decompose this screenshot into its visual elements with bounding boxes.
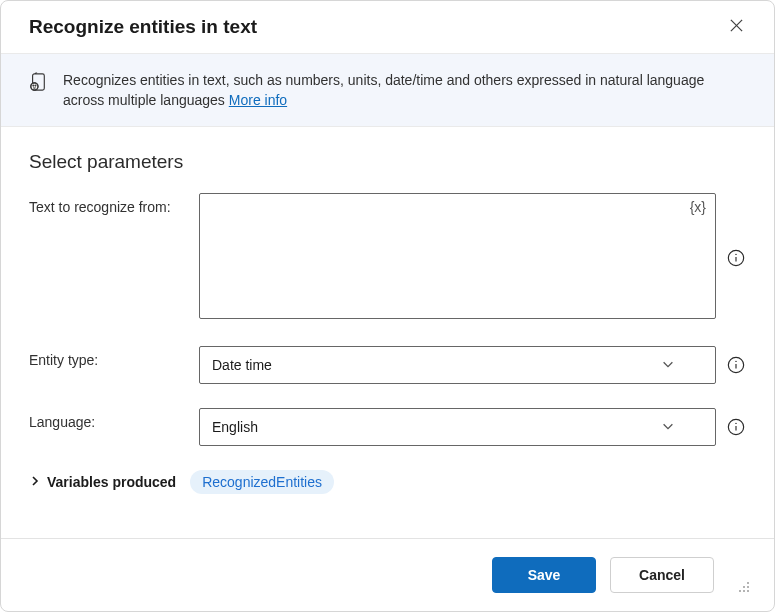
field-text-row: Text to recognize from: {x} — [29, 193, 746, 322]
info-banner: Recognizes entities in text, such as num… — [1, 53, 774, 127]
language-value: English — [212, 419, 258, 435]
svg-point-4 — [33, 85, 34, 86]
entity-type-select[interactable]: Date time — [199, 346, 716, 384]
text-to-recognize-input[interactable] — [199, 193, 716, 319]
close-icon — [729, 18, 744, 36]
dialog-footer: Save Cancel — [1, 538, 774, 611]
insert-variable-icon[interactable]: {x} — [690, 199, 706, 215]
cancel-button[interactable]: Cancel — [610, 557, 714, 593]
svg-point-5 — [35, 85, 36, 86]
chevron-down-icon — [661, 357, 675, 374]
svg-point-18 — [739, 590, 741, 592]
resize-grip-icon[interactable] — [736, 579, 750, 593]
svg-point-19 — [743, 590, 745, 592]
variables-produced-row: Variables produced RecognizedEntities — [29, 470, 746, 494]
dialog-header: Recognize entities in text — [1, 1, 774, 53]
dialog-body: Select parameters Text to recognize from… — [1, 127, 774, 538]
field-language-label: Language: — [29, 408, 199, 430]
info-banner-description: Recognizes entities in text, such as num… — [63, 72, 704, 108]
field-entity-type-label: Entity type: — [29, 346, 199, 368]
section-heading: Select parameters — [29, 151, 746, 173]
field-language-row: Language: English — [29, 408, 746, 446]
help-icon-entity-type[interactable] — [726, 355, 746, 375]
svg-point-8 — [735, 253, 736, 254]
dialog-title: Recognize entities in text — [29, 16, 257, 38]
info-banner-text: Recognizes entities in text, such as num… — [63, 70, 746, 110]
svg-point-15 — [747, 582, 749, 584]
variables-produced-label: Variables produced — [47, 474, 176, 490]
dialog: Recognize entities in text Recognizes en… — [0, 0, 775, 612]
variables-produced-toggle[interactable]: Variables produced — [29, 474, 176, 490]
field-entity-type-row: Entity type: Date time — [29, 346, 746, 384]
chevron-right-icon — [29, 474, 41, 490]
svg-point-14 — [735, 423, 736, 424]
entities-icon — [29, 70, 49, 92]
help-icon-language[interactable] — [726, 417, 746, 437]
field-text-label: Text to recognize from: — [29, 193, 199, 215]
svg-point-16 — [743, 586, 745, 588]
more-info-link[interactable]: More info — [229, 92, 287, 108]
close-button[interactable] — [722, 13, 750, 41]
help-icon-text[interactable] — [726, 248, 746, 268]
svg-point-11 — [735, 361, 736, 362]
variable-chip-recognized-entities[interactable]: RecognizedEntities — [190, 470, 334, 494]
entity-type-value: Date time — [212, 357, 272, 373]
svg-point-20 — [747, 590, 749, 592]
svg-point-17 — [747, 586, 749, 588]
language-select[interactable]: English — [199, 408, 716, 446]
save-button[interactable]: Save — [492, 557, 596, 593]
chevron-down-icon — [661, 419, 675, 436]
